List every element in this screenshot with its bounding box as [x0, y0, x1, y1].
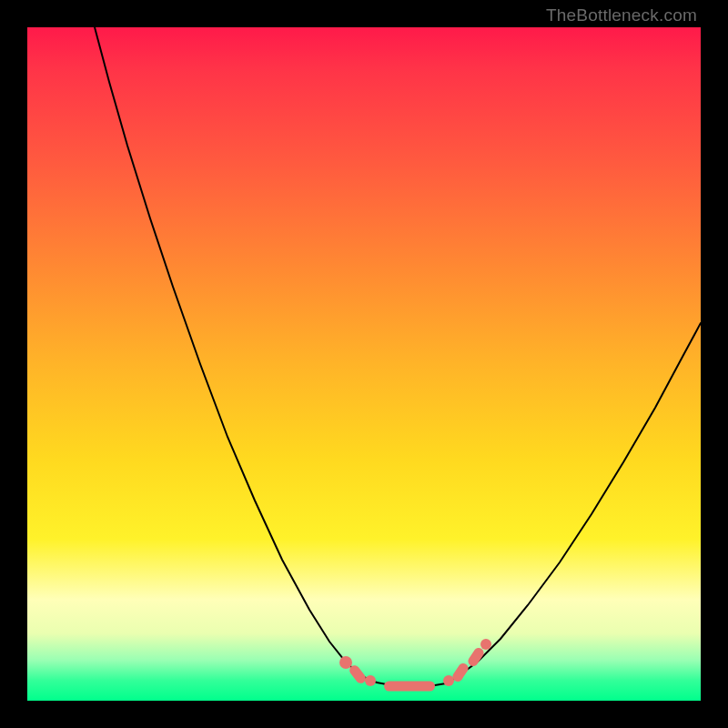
plot-area [27, 27, 701, 701]
chart-frame: TheBottleneck.com [0, 0, 728, 728]
marker-dot [365, 675, 376, 686]
markers-group [339, 639, 491, 692]
marker-dot [480, 639, 491, 650]
marker-dot [443, 675, 454, 686]
curve-right [446, 323, 701, 683]
marker-pill [384, 682, 435, 692]
curve-left [95, 27, 377, 682]
watermark-text: TheBottleneck.com [546, 5, 697, 25]
marker-dot [339, 656, 352, 669]
curve-svg [27, 27, 701, 701]
